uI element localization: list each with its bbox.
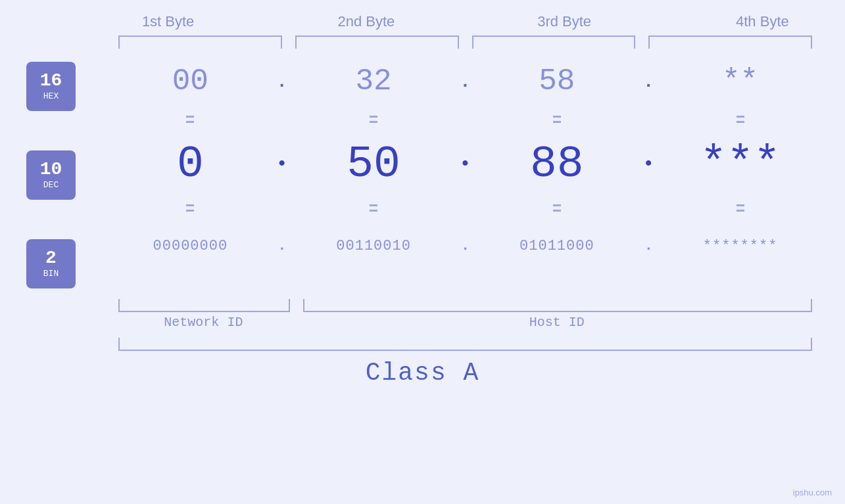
network-id-label: Network ID	[118, 315, 289, 330]
hex-dot1: .	[269, 72, 295, 92]
content-area: 16 HEX 10 DEC 2 BIN 00 . 32	[26, 55, 819, 288]
bin-b3-cell: 01011000	[479, 238, 636, 254]
bracket-b4	[648, 35, 812, 49]
watermark: ipshu.com	[793, 488, 832, 497]
dec-badge-number: 10	[40, 160, 62, 180]
bin-row: 00000000 . 00110010 . 01011000 . *******…	[112, 219, 819, 272]
bracket-b1	[118, 35, 282, 49]
bin-b2-value: 00110010	[336, 238, 411, 254]
dec-b1-value: 0	[177, 139, 204, 189]
bin-badge-label: BIN	[43, 269, 59, 279]
hex-b1-cell: 00	[112, 64, 269, 99]
hex-row: 00 . 32 . 58 . **	[112, 55, 819, 108]
bin-b1-cell: 00000000	[112, 238, 269, 254]
byte3-header: 3rd Byte	[466, 13, 664, 35]
dec-row: 0 • 50 • 88 • ***	[112, 131, 819, 196]
dec-dot1: •	[269, 154, 295, 174]
equals-row-2	[112, 196, 819, 219]
dec-b2-cell: 50	[295, 139, 452, 189]
hex-b3-value: 58	[539, 64, 575, 99]
bin-b4-value: ********	[703, 238, 778, 254]
hex-badge-number: 16	[40, 71, 62, 91]
bracket-b3	[472, 35, 636, 49]
bin-b4-cell: ********	[662, 238, 819, 254]
class-label: Class A	[26, 359, 819, 387]
dec-dot2: •	[452, 154, 479, 174]
byte2-header: 2nd Byte	[267, 13, 465, 35]
byte1-header: 1st Byte	[69, 13, 267, 35]
network-host-labels: Network ID Host ID	[112, 315, 819, 330]
bin-dot2: .	[452, 238, 479, 254]
network-bracket	[118, 299, 290, 312]
bottom-area: Network ID Host ID Class A	[26, 295, 819, 387]
equals-row-1	[112, 108, 819, 131]
big-bottom-bracket	[118, 338, 812, 351]
labels-column: 16 HEX 10 DEC 2 BIN	[26, 55, 112, 288]
bottom-brackets	[112, 299, 819, 312]
bin-dot1: .	[269, 238, 295, 254]
eq2-b3	[479, 204, 636, 212]
hex-dot3: .	[635, 72, 662, 92]
dec-b1-cell: 0	[112, 139, 269, 189]
dec-b4-value: ***	[700, 139, 780, 189]
dec-b3-value: 88	[530, 139, 584, 189]
hex-b4-cell: **	[662, 64, 819, 99]
byte4-header: 4th Byte	[664, 13, 845, 35]
bin-badge-number: 2	[45, 248, 57, 269]
dec-badge: 10 DEC	[26, 150, 76, 200]
hex-b2-value: 32	[356, 64, 392, 99]
eq1-b2	[295, 116, 452, 123]
bytes-grid: 00 . 32 . 58 . **	[112, 55, 819, 288]
dec-badge-label: DEC	[43, 180, 59, 191]
bin-b3-value: 01011000	[519, 238, 594, 254]
hex-b2-cell: 32	[295, 64, 452, 99]
hex-badge-label: HEX	[43, 91, 59, 102]
eq2-b4	[662, 204, 819, 212]
hex-badge: 16 HEX	[26, 62, 76, 111]
dec-b4-cell: ***	[662, 139, 819, 189]
hex-b4-value: **	[722, 64, 758, 99]
host-bracket	[303, 299, 812, 312]
bracket-b2	[295, 35, 459, 49]
hex-b1-value: 00	[172, 64, 208, 99]
dec-b2-value: 50	[347, 139, 400, 189]
dec-b3-cell: 88	[479, 139, 636, 189]
eq1-b1	[112, 116, 269, 123]
eq1-b3	[479, 116, 636, 123]
host-id-label: Host ID	[302, 315, 812, 330]
byte-headers: 1st Byte 2nd Byte 3rd Byte 4th Byte	[69, 13, 845, 35]
hex-b3-cell: 58	[479, 64, 636, 99]
eq1-b4	[662, 116, 819, 123]
dec-dot3: •	[635, 154, 662, 174]
hex-dot2: .	[452, 72, 479, 92]
bin-dot3: .	[635, 238, 662, 254]
bin-badge: 2 BIN	[26, 239, 76, 288]
eq2-b1	[112, 204, 269, 212]
eq2-b2	[295, 204, 452, 212]
top-brackets	[112, 35, 819, 49]
main-container: 1st Byte 2nd Byte 3rd Byte 4th Byte 16 H…	[0, 0, 845, 504]
bin-b1-value: 00000000	[153, 238, 228, 254]
bin-b2-cell: 00110010	[295, 238, 452, 254]
